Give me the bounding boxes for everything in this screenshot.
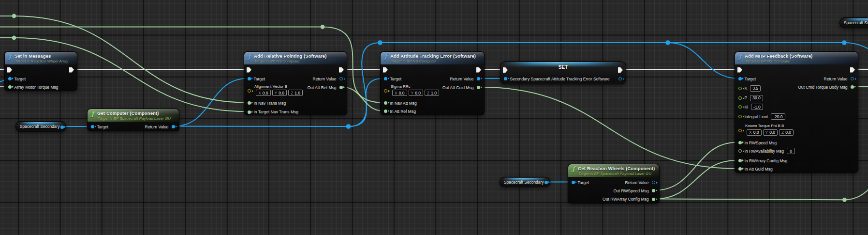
pin-label: Return Value [145,125,169,129]
pin-in-in-target-nav-trans-msg[interactable] [248,110,251,114]
node-title: Add MRP Feedback (Software) [745,53,812,59]
vector-axis-label: X [395,91,397,95]
pin-in-known-torque-pnt-b-b[interactable] [738,129,742,132]
vector-value: 0.0 [415,91,421,95]
pin-label: P [745,95,748,100]
node-add-relative-pointing-software[interactable]: ƒAdd Relative Pointing (Software)Target … [244,51,347,115]
node-header: ƒAdd Relative Pointing (Software)Target … [244,52,347,64]
node-title: SET [500,64,626,70]
pin-in-in-rwspeed-msg[interactable] [738,141,742,144]
vector-y-input[interactable]: Y0.0 [272,90,287,96]
node-spacecraft-secondary-1[interactable]: Spacecraft Secondary [15,121,66,132]
vector-y-input[interactable]: Y0.0 [409,90,424,96]
node-subtitle: Target is BP NS Computer [254,59,300,63]
vector-y-input[interactable]: Y0.0 [763,129,778,136]
pin-out-out-rwspeed-msg[interactable] [652,189,655,192]
pin-label: In Att Ref Msg [390,109,416,114]
node-spacecraft-secondary-2[interactable]: Spacecraft Secondary [500,177,550,187]
pin-label: Target [97,125,109,129]
vector-z-input[interactable]: Z1.0 [288,90,303,96]
pin-out-set-secondary-spacecraft-attitude-tracking-error-software[interactable] [618,77,622,80]
node-add-mrp-feedback-software[interactable]: ƒAdd MRP Feedback (Software)Target is BP… [735,51,858,173]
vector-z-input[interactable]: Z0.0 [779,129,794,136]
pin-label: Out RWSpeed Msg [613,188,648,193]
exec-in-pin[interactable] [7,67,12,73]
pin-label: Alignment Vector B [254,84,287,89]
vector-value: 0.0 [399,91,405,95]
pin-in-in-att-ref-msg[interactable] [384,110,387,113]
pin-out-return-value[interactable] [652,181,655,184]
pin-in-p[interactable] [738,96,742,100]
exec-in-pin[interactable] [737,67,742,73]
vector-z-input[interactable]: Z1.0 [425,90,439,96]
vector-value: 0.0 [769,130,775,135]
exec-in-pin[interactable] [383,67,388,73]
node-spacecraft-secondary-3[interactable]: Spacecraft Secondary [839,17,868,28]
vector-axis-label: X [258,91,261,95]
blueprint-graph-canvas[interactable]: ƒSet in MessagesTarget is Reaction Wheel… [0,0,868,235]
pin-label: Integral Limit [745,114,768,119]
pin-out-spacecraft-secondary[interactable] [544,181,548,184]
pin-in-in-nav-att-msg[interactable] [384,101,387,105]
pin-label: Return Value [625,180,649,185]
pin-in-target[interactable] [572,181,575,184]
exec-out-pin[interactable] [476,67,481,73]
pin-in-target[interactable] [91,125,94,128]
pin-in-target[interactable] [384,77,387,80]
pin-out-return-value[interactable] [339,77,343,80]
pin-in-in-att-guid-msg[interactable] [738,167,742,171]
vector-axis-label: Z [427,91,429,95]
pin-in-k[interactable] [738,87,742,90]
vector-x-input[interactable]: X0.0 [256,90,271,96]
node-set-secondary-spacecraft-attitude-tracking-error-software[interactable]: SETSecondary Spacecraft Attitude Trackin… [500,61,626,84]
pin-in-array-motor-torque-msg[interactable] [8,85,12,89]
pin-in-target[interactable] [8,77,12,80]
node-set-in-messages[interactable]: ƒSet in MessagesTarget is Reaction Wheel… [4,51,77,91]
node-subtitle: Target is Reaction Wheel Array [15,59,68,63]
pin-value-input[interactable]: 3.5 [750,85,761,92]
function-icon: ƒ [739,53,742,60]
pin-in-target[interactable] [248,77,251,80]
pin-out-return-value[interactable] [851,77,854,80]
pin-in-in-nav-trans-msg[interactable] [248,101,251,105]
pin-out-out-rwarray-config-msg[interactable] [652,198,655,201]
function-icon: ƒ [572,165,575,172]
pin-in-secondary-spacecraft-attitude-tracking-error-software[interactable] [504,77,507,80]
pin-label: Target [15,77,26,81]
pin-label: In Att Guid Msg [745,167,773,172]
exec-out-pin[interactable] [850,67,855,73]
exec-in-pin[interactable] [247,67,251,73]
pin-in-target[interactable] [738,77,742,80]
pin-in-sigma-rrc[interactable] [384,89,387,93]
vector-value: 0.0 [785,130,791,135]
node-get-computer-component[interactable]: ƒGet Computer (Component)Target is BP Sp… [87,109,179,131]
pin-value-input[interactable]: 0 [787,148,795,154]
pin-in-in-rwarray-config-msg[interactable] [738,159,742,162]
pin-label: Out RWArray Config Msg [603,197,648,202]
pin-out-spacecraft-secondary[interactable] [60,125,64,129]
pin-value-input[interactable]: 30.0 [750,95,763,101]
node-get-reaction-wheels-component[interactable]: ƒGet Reaction Wheels (Component)Target i… [568,164,660,204]
pin-in-ki[interactable] [738,105,742,109]
pin-in-alignment-vector-b[interactable] [248,89,251,93]
exec-out-pin[interactable] [339,67,344,73]
node-add-attitude-tracking-error-software[interactable]: ƒAdd Attitude Tracking Error (Software)T… [380,51,485,115]
pin-in-integral-limit[interactable] [738,115,742,118]
node-header: ƒGet Reaction Wheels (Component)Target i… [568,164,659,177]
pin-out-return-value[interactable] [172,125,175,128]
pin-out-out-cmd-torque-body-msg[interactable] [851,85,854,89]
pin-value-input[interactable]: -20.0 [771,113,785,120]
pin-value-input[interactable]: -1.0 [751,104,763,110]
function-icon: ƒ [248,53,251,60]
vector-x-input[interactable]: X0.0 [747,129,762,136]
exec-out-pin[interactable] [69,67,74,73]
pin-out-out-att-ref-msg[interactable] [339,86,343,89]
vector-x-input[interactable]: X0.0 [392,90,407,96]
pin-in-in-rwavailability-msg[interactable] [738,149,742,153]
pin-label: K [745,86,748,91]
node-subtitle: Target is BP Spacecraft Payload Laser GU [98,116,171,121]
vector-value: 0.0 [279,91,284,95]
pin-out-out-att-guid-msg[interactable] [477,86,480,89]
pin-out-return-value[interactable] [477,77,480,80]
pin-label: In Nav Trans Msg [254,101,286,106]
